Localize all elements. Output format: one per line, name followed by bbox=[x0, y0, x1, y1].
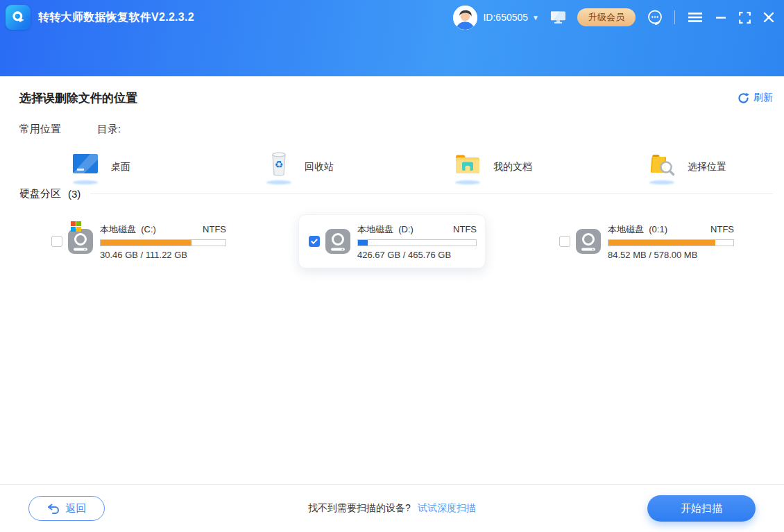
caret-down-icon[interactable]: ▼ bbox=[532, 14, 539, 22]
disk-card-01[interactable]: 本地磁盘 (0:1) NTFS 84.52 MB / 578.00 MB bbox=[548, 217, 742, 266]
directory-label: 目录: bbox=[97, 123, 121, 136]
back-button[interactable]: 返回 bbox=[28, 496, 105, 521]
disk-filesystem: NTFS bbox=[453, 224, 477, 234]
icon-shadow bbox=[266, 180, 291, 185]
header-band: 转转大师数据恢复软件V2.2.3.2 ID:650505 ▼ bbox=[0, 0, 784, 76]
partitions-header: 硬盘分区 (3) bbox=[19, 187, 773, 200]
desktop-icon bbox=[71, 150, 100, 185]
disk-filesystem: NTFS bbox=[203, 224, 226, 234]
location-label: 我的文档 bbox=[493, 161, 532, 173]
location-label: 选择位置 bbox=[688, 161, 726, 173]
location-choose[interactable]: 选择位置 bbox=[647, 150, 726, 185]
titlebar: 转转大师数据恢复软件V2.2.3.2 ID:650505 ▼ bbox=[0, 0, 784, 35]
disk-name: 本地磁盘 (0:1) bbox=[608, 223, 667, 236]
disk-usage-fill bbox=[608, 240, 715, 246]
hard-drive-icon bbox=[573, 226, 604, 257]
icon-shadow bbox=[649, 180, 674, 185]
disk-checkbox[interactable] bbox=[309, 236, 320, 247]
deep-scan-link[interactable]: 试试深度扫描 bbox=[418, 502, 476, 515]
disk-filesystem: NTFS bbox=[710, 224, 734, 234]
common-locations-label: 常用位置 bbox=[19, 123, 61, 136]
user-id-label: ID:650505 bbox=[483, 12, 528, 23]
divider-line bbox=[90, 194, 773, 194]
disk-checkbox[interactable] bbox=[559, 236, 570, 247]
maximize-icon[interactable] bbox=[739, 12, 751, 24]
page-title: 选择误删除文件的位置 bbox=[19, 90, 137, 106]
disk-name: 本地磁盘 (D:) bbox=[357, 223, 414, 236]
monitor-icon[interactable] bbox=[550, 10, 566, 24]
footer-bar: 返回 找不到需要扫描的设备? 试试深度扫描 开始扫描 bbox=[0, 484, 784, 532]
location-my-documents[interactable]: 我的文档 bbox=[453, 150, 532, 185]
menu-icon[interactable] bbox=[688, 12, 703, 23]
headset-support-icon[interactable] bbox=[647, 9, 663, 26]
minimize-icon[interactable] bbox=[715, 12, 726, 23]
disk-capacity: 426.67 GB / 465.76 GB bbox=[357, 250, 477, 260]
choose-location-icon bbox=[647, 150, 676, 185]
disk-usage-fill bbox=[101, 240, 191, 246]
disk-list: 本地磁盘 (C:) NTFS 30.46 GB / 111.22 GB bbox=[0, 205, 784, 282]
back-label: 返回 bbox=[66, 502, 87, 515]
main-content: 选择误删除文件的位置 刷新 常用位置 目录: 桌面 bbox=[0, 76, 784, 484]
disk-usage-bar bbox=[608, 239, 734, 246]
location-label: 桌面 bbox=[111, 161, 130, 173]
location-recycle-bin[interactable]: ♻ 回收站 bbox=[264, 150, 334, 185]
disk-name: 本地磁盘 (C:) bbox=[100, 223, 156, 236]
hard-drive-icon bbox=[323, 226, 353, 257]
recycle-bin-icon: ♻ bbox=[264, 150, 293, 185]
windows-logo-icon bbox=[71, 221, 81, 232]
refresh-label: 刷新 bbox=[753, 92, 773, 104]
disk-card-c[interactable]: 本地磁盘 (C:) NTFS 30.46 GB / 111.22 GB bbox=[40, 217, 235, 266]
close-icon[interactable] bbox=[763, 12, 774, 23]
disk-capacity: 84.52 MB / 578.00 MB bbox=[608, 250, 734, 260]
icon-shadow bbox=[455, 180, 480, 185]
upgrade-vip-button[interactable]: 升级会员 bbox=[577, 8, 636, 26]
svg-text:♻: ♻ bbox=[275, 159, 284, 170]
start-scan-button[interactable]: 开始扫描 bbox=[647, 495, 756, 522]
app-title: 转转大师数据恢复软件V2.2.3.2 bbox=[38, 10, 194, 25]
partitions-label: 硬盘分区 bbox=[19, 187, 61, 200]
partitions-count: (3) bbox=[68, 188, 80, 200]
my-documents-icon bbox=[453, 150, 482, 185]
app-window: 转转大师数据恢复软件V2.2.3.2 ID:650505 ▼ bbox=[0, 0, 784, 532]
disk-usage-bar bbox=[100, 239, 226, 246]
hard-drive-icon bbox=[65, 226, 96, 257]
titlebar-divider bbox=[674, 10, 675, 24]
app-logo-icon bbox=[6, 5, 31, 30]
back-arrow-icon bbox=[47, 504, 60, 514]
refresh-icon bbox=[738, 92, 749, 104]
location-desktop[interactable]: 桌面 bbox=[71, 150, 130, 185]
disk-usage-fill bbox=[358, 240, 368, 246]
location-label: 回收站 bbox=[305, 161, 334, 173]
refresh-button[interactable]: 刷新 bbox=[738, 92, 773, 104]
avatar[interactable] bbox=[453, 6, 477, 30]
disk-capacity: 30.46 GB / 111.22 GB bbox=[100, 250, 226, 260]
disk-checkbox[interactable] bbox=[51, 236, 62, 247]
scan-hint-text: 找不到需要扫描的设备? bbox=[308, 502, 411, 515]
disk-usage-bar bbox=[357, 239, 477, 246]
icon-shadow bbox=[73, 180, 98, 185]
disk-card-d[interactable]: 本地磁盘 (D:) NTFS 426.67 GB / 465.76 GB bbox=[298, 214, 486, 268]
